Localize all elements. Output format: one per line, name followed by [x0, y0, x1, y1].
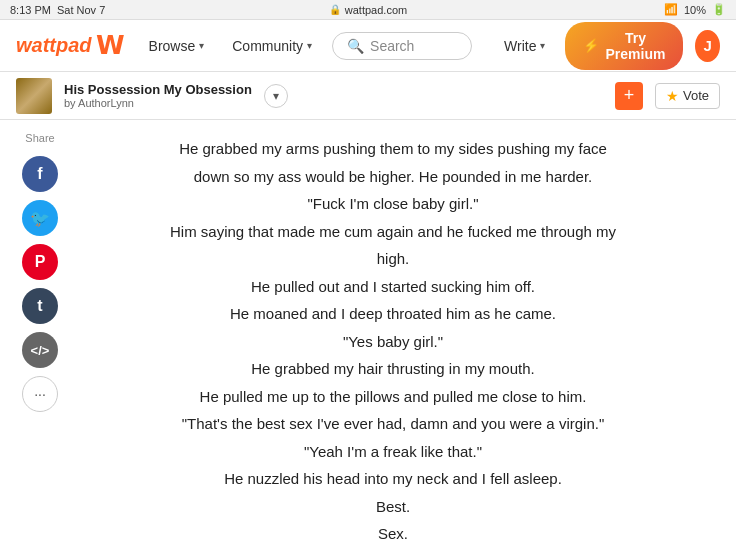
- reading-line: He pulled me up to the pillows and pulle…: [90, 384, 696, 410]
- reading-line: "Yes baby girl.": [90, 329, 696, 355]
- reading-line: Best.: [90, 494, 696, 520]
- status-bar: 8:13 PM Sat Nov 7 🔒 wattpad.com 📶 10% 🔋: [0, 0, 736, 20]
- write-menu[interactable]: Write ▾: [496, 32, 553, 60]
- wifi-icon: 📶: [664, 3, 678, 16]
- star-icon: ★: [666, 88, 679, 104]
- reading-line: high.: [90, 246, 696, 272]
- reading-line: He nuzzled his head into my neck and I f…: [90, 466, 696, 492]
- time: 8:13 PM: [10, 4, 51, 16]
- more-icon: ···: [34, 386, 46, 402]
- code-share-button[interactable]: </>: [22, 332, 58, 368]
- reading-line: "Yeah I'm a freak like that.": [90, 439, 696, 465]
- status-left: 8:13 PM Sat Nov 7: [10, 4, 105, 16]
- main-content: Share f 🐦 P t </> ··· He grabbed my arms…: [0, 120, 736, 552]
- logo-text: wattpad: [16, 34, 92, 57]
- story-cover: [16, 78, 52, 114]
- write-label: Write: [504, 38, 536, 54]
- search-bar[interactable]: 🔍 Search: [332, 32, 472, 60]
- more-share-button[interactable]: ···: [22, 376, 58, 412]
- chevron-down-icon: ▾: [273, 89, 279, 103]
- browse-label: Browse: [149, 38, 196, 54]
- pinterest-icon: P: [35, 253, 46, 271]
- reading-line: He moaned and I deep throated him as he …: [90, 301, 696, 327]
- write-chevron-icon: ▾: [540, 40, 545, 51]
- try-premium-button[interactable]: ⚡ Try Premium: [565, 22, 683, 70]
- reading-line: Ever.: [90, 549, 696, 553]
- reading-area[interactable]: He grabbed my arms pushing them to my si…: [80, 120, 736, 552]
- logo[interactable]: wattpad 𝗪: [16, 30, 125, 61]
- tumblr-icon: t: [37, 297, 42, 315]
- twitter-share-button[interactable]: 🐦: [22, 200, 58, 236]
- user-avatar[interactable]: J: [695, 30, 720, 62]
- story-dropdown-button[interactable]: ▾: [264, 84, 288, 108]
- vote-button[interactable]: ★ Vote: [655, 83, 720, 109]
- reading-line: He grabbed my hair thrusting in my mouth…: [90, 356, 696, 382]
- battery-icon: 🔋: [712, 3, 726, 16]
- browse-menu[interactable]: Browse ▾: [141, 32, 213, 60]
- reading-line: "Fuck I'm close baby girl.": [90, 191, 696, 217]
- status-right: 📶 10% 🔋: [664, 3, 726, 16]
- story-bar: His Possession My Obsession by AuthorLyn…: [0, 72, 736, 120]
- reading-line: down so my ass would be higher. He pound…: [90, 164, 696, 190]
- try-premium-label: Try Premium: [605, 30, 665, 62]
- lightning-icon: ⚡: [583, 38, 599, 53]
- facebook-icon: f: [37, 165, 42, 183]
- search-icon: 🔍: [347, 38, 364, 54]
- share-label: Share: [25, 132, 54, 144]
- lock-icon: 🔒: [329, 4, 341, 15]
- user-initial: J: [704, 37, 712, 54]
- date: Sat Nov 7: [57, 4, 105, 16]
- reading-line: Him saying that made me cum again and he…: [90, 219, 696, 245]
- vote-label: Vote: [683, 88, 709, 103]
- logo-w-icon: 𝗪: [96, 30, 125, 61]
- social-sidebar: Share f 🐦 P t </> ···: [0, 120, 80, 552]
- story-info: His Possession My Obsession by AuthorLyn…: [64, 82, 252, 109]
- status-center: 🔒 wattpad.com: [329, 4, 407, 16]
- reading-line: He pulled out and I started sucking him …: [90, 274, 696, 300]
- reading-line: He grabbed my arms pushing them to my si…: [90, 136, 696, 162]
- community-label: Community: [232, 38, 303, 54]
- reading-line: Sex.: [90, 521, 696, 547]
- browse-chevron-icon: ▾: [199, 40, 204, 51]
- facebook-share-button[interactable]: f: [22, 156, 58, 192]
- twitter-icon: 🐦: [30, 209, 50, 228]
- navbar: wattpad 𝗪 Browse ▾ Community ▾ 🔍 Search …: [0, 20, 736, 72]
- tumblr-share-button[interactable]: t: [22, 288, 58, 324]
- story-title: His Possession My Obsession: [64, 82, 252, 97]
- add-button[interactable]: +: [615, 82, 643, 110]
- pinterest-share-button[interactable]: P: [22, 244, 58, 280]
- story-author: by AuthorLynn: [64, 97, 252, 109]
- url: wattpad.com: [345, 4, 407, 16]
- search-label: Search: [370, 38, 414, 54]
- battery: 10%: [684, 4, 706, 16]
- story-cover-image: [16, 78, 52, 114]
- community-menu[interactable]: Community ▾: [224, 32, 320, 60]
- plus-icon: +: [624, 85, 635, 106]
- code-icon: </>: [31, 343, 50, 358]
- community-chevron-icon: ▾: [307, 40, 312, 51]
- reading-line: "That's the best sex I've ever had, damn…: [90, 411, 696, 437]
